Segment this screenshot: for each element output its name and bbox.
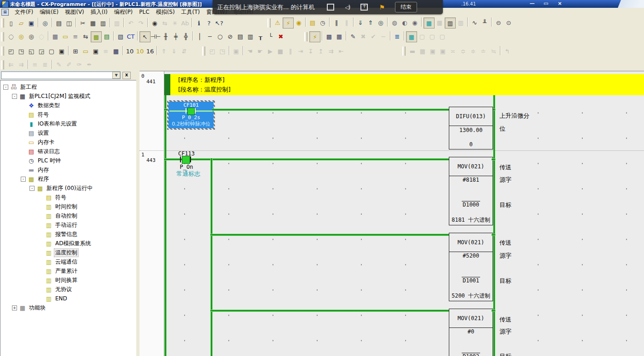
release-protect-icon[interactable]: ⊙	[504, 17, 514, 28]
io-compare-icon[interactable]: ⇆	[81, 31, 91, 41]
ct-view-icon[interactable]: CT	[126, 31, 136, 41]
tree-expander[interactable]: +	[12, 305, 17, 310]
menu-tools[interactable]: 工具(T)	[178, 8, 203, 16]
watch-monitor-icon[interactable]: ▦	[406, 31, 417, 42]
set-protect-icon[interactable]: ⊝	[493, 17, 504, 28]
tree-item-settings[interactable]: ▤ 设置	[0, 128, 137, 138]
tree-item-section-temperature-control[interactable]: ▥ 温度控制	[0, 248, 137, 257]
invert-instruction-icon[interactable]: ┰	[255, 31, 266, 41]
tree-expander[interactable]: -	[21, 177, 26, 182]
save-icon[interactable]: ▣	[26, 18, 36, 28]
decimal-monitor-icon[interactable]: 10	[125, 46, 135, 56]
find-check-icon[interactable]: ◉	[294, 17, 304, 28]
cut-icon[interactable]: ✂	[78, 18, 88, 28]
memory-table-icon[interactable]: ▦	[111, 46, 121, 56]
vertical-line-icon[interactable]: │	[195, 31, 205, 41]
tree-item-section-manual-run[interactable]: ▥ 手动运行	[0, 220, 137, 230]
tree-item-memory[interactable]: ▬ 内存	[0, 165, 137, 174]
speaker-icon[interactable]: ◁)	[345, 4, 350, 11]
tree-item-new-program[interactable]: - ▩ 新程序 (00)运行中	[0, 184, 137, 193]
ladder-view-icon[interactable]: ▩	[91, 31, 102, 42]
menu-program[interactable]: 编程(P)	[111, 8, 136, 16]
grid-toggle-icon[interactable]: ▦	[50, 31, 60, 41]
tree-item-plc-clock[interactable]: ◷ PLC 时钟	[0, 156, 137, 165]
rung-annotation-icon[interactable]: ≡	[70, 31, 81, 41]
tree-item-section-auto-control[interactable]: ▥ 自动控制	[0, 211, 137, 220]
tree-item-programs[interactable]: - ▩ 程序	[0, 174, 137, 184]
tree-item-section-time-convert[interactable]: ▥ 时间换算	[0, 276, 137, 285]
cascade-window-icon[interactable]: ◰	[6, 46, 16, 56]
profile-chart-icon[interactable]: ╨	[480, 17, 490, 28]
fullscreen-icon[interactable]	[327, 4, 334, 11]
paste-icon[interactable]: ▥	[98, 18, 108, 28]
new-closed-coil-icon[interactable]: ⊘	[225, 31, 235, 41]
zoom-custom-icon[interactable]: ◎	[16, 31, 26, 41]
comment-toggle-icon[interactable]: ▭	[60, 31, 70, 41]
menu-simulation[interactable]: 模拟(S)	[153, 8, 178, 16]
context-help-icon[interactable]: ↖?	[214, 18, 224, 28]
chevron-down-icon[interactable]: ▼	[112, 72, 120, 79]
signed-decimal-monitor-icon[interactable]: 10	[135, 46, 145, 56]
menu-edit[interactable]: 编辑(E)	[36, 8, 62, 16]
instruction-difu[interactable]: DIFU(013) 1300.00 0	[449, 107, 493, 149]
cycle-time-icon[interactable]: ∿	[470, 17, 480, 28]
tree-item-section-no-protocol[interactable]: ▥ 无协议	[0, 285, 137, 294]
pause-monitor-icon[interactable]: ‖	[331, 17, 342, 28]
find-icon[interactable]: ◉	[150, 18, 160, 28]
new-or-closed-contact-icon[interactable]: ╬	[181, 31, 191, 41]
tree-expander[interactable]: -	[12, 94, 17, 99]
smart-input-icon[interactable]: ▧	[116, 31, 126, 41]
panel-splitter[interactable]	[136, 71, 139, 356]
print-report-icon[interactable]: ◎	[40, 18, 50, 28]
tree-expander[interactable]: -	[29, 186, 35, 191]
menu-insert[interactable]: 插入(I)	[87, 8, 111, 16]
window-props-icon[interactable]: ▣	[57, 46, 67, 56]
menu-view[interactable]: 视图(V)	[62, 8, 87, 16]
new-session-icon[interactable]	[360, 4, 368, 11]
tree-expander[interactable]: -	[3, 85, 8, 90]
restore-icon[interactable]: ▭	[542, 1, 550, 7]
online-work-icon[interactable]: ⚡	[283, 17, 294, 29]
mnemonic-view-icon[interactable]: ▤	[102, 31, 112, 41]
tree-item-section-yield-total[interactable]: ▥ 产量累计	[0, 266, 137, 276]
new-file-icon[interactable]: ▯	[6, 18, 16, 28]
zoom-in-icon[interactable]: ◎	[26, 31, 36, 41]
compile-check-icon[interactable]: ⚠	[273, 17, 283, 28]
begin-online-edit-icon[interactable]: ✎	[348, 31, 358, 41]
help-icon[interactable]: ?	[204, 18, 214, 28]
comment-list-icon[interactable]: ▭	[81, 46, 91, 56]
close-icon[interactable]: ×	[556, 1, 563, 7]
mode-monitor-icon[interactable]: ◐	[400, 17, 410, 28]
tree-item-project[interactable]: - 品 新工程	[0, 82, 137, 92]
send-changes-icon[interactable]: ▩	[324, 31, 334, 41]
menu-file[interactable]: 文件(F)	[12, 8, 36, 16]
end-remote-button[interactable]: 结束	[395, 2, 417, 12]
tree-item-section-alarm-info[interactable]: ▥ 报警信息	[0, 230, 137, 239]
tree-item-program-symbols[interactable]: ▤ 符号	[0, 193, 137, 202]
tool-window-icon[interactable]: ◳	[16, 46, 26, 56]
mode-run-icon[interactable]: ◉	[410, 17, 420, 28]
copy-icon[interactable]: ▦	[88, 18, 98, 28]
panel-close-icon[interactable]: x	[122, 72, 131, 79]
cross-reference-icon[interactable]: ⊞	[70, 46, 81, 56]
monitor-window-icon[interactable]: ▦	[424, 17, 435, 29]
watch-window-icon[interactable]: ▥	[445, 17, 456, 29]
new-instruction-icon[interactable]: ▤	[235, 31, 245, 41]
info-icon[interactable]: ℹ	[194, 18, 204, 28]
menu-plc[interactable]: PLC	[136, 8, 152, 16]
compare-with-plc-icon[interactable]: ◎	[376, 17, 386, 28]
new-coil-icon[interactable]: ○	[215, 31, 225, 41]
new-closed-instruction-icon[interactable]: ▥	[245, 31, 255, 41]
window-h-icon[interactable]: ◱	[26, 46, 36, 56]
new-or-contact-icon[interactable]: ╪	[171, 31, 181, 41]
upload-from-plc-icon[interactable]: ⇑	[366, 17, 376, 28]
tree-item-data-types[interactable]: ❖ 数据类型	[0, 101, 137, 110]
window-single-icon[interactable]: ▢	[46, 46, 57, 56]
tree-item-plc[interactable]: - ▦ 新PLC1[CJ2M] 监视模式	[0, 92, 137, 101]
horizontal-line-icon[interactable]: ─	[205, 31, 215, 41]
tree-item-error-log[interactable]: ▤ 错误日志	[0, 147, 137, 156]
new-closed-contact-icon[interactable]: ╫	[161, 31, 171, 41]
tree-item-section-time-control[interactable]: ▥ 时间控制	[0, 202, 137, 211]
instruction-mov-1[interactable]: MOV(021) #8181 D1000 8181 十六进制	[449, 157, 493, 225]
delete-line-icon[interactable]: ✖	[276, 31, 286, 41]
